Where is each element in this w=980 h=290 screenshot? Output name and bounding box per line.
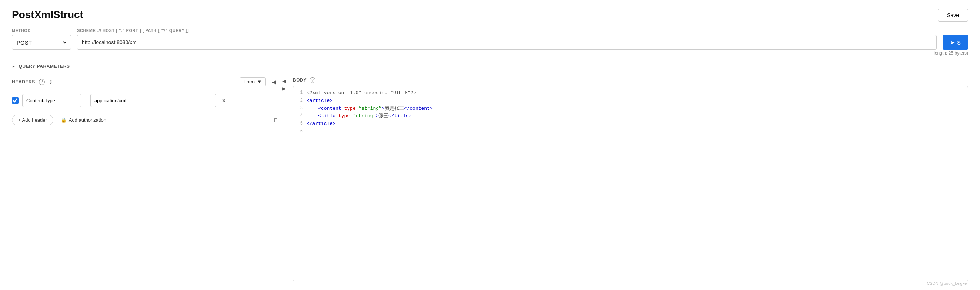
line-content-1: <?xml version=“1.0” encoding=“UTF-8”?>: [307, 90, 968, 97]
send-arrow-icon: ➤: [950, 39, 955, 46]
body-help-icon[interactable]: ?: [310, 77, 315, 83]
header-val-input[interactable]: [90, 94, 216, 107]
form-chevron-icon: ▼: [257, 79, 262, 85]
headers-collapse-left-btn[interactable]: ◀: [269, 77, 278, 87]
headers-sort-icon[interactable]: ⇕: [48, 79, 53, 85]
colon-separator: :: [85, 98, 87, 104]
watermark: CSDN @book_longker: [927, 281, 968, 285]
headers-help-icon[interactable]: ?: [39, 79, 45, 85]
url-label: SCHEME :// HOST [ ":" PORT ] [ PATH [ "?…: [77, 28, 937, 33]
form-dropdown[interactable]: Form ▼: [240, 77, 266, 87]
page-title: PostXmlStruct: [12, 9, 83, 21]
lock-icon: 🔒: [61, 117, 67, 123]
line-content-2: <article>: [307, 97, 968, 105]
panel-arrow-right[interactable]: ▶: [281, 85, 287, 92]
header-row-item: : ✕: [12, 94, 278, 107]
send-label: S: [957, 39, 961, 46]
length-info: length: 25 byte(s): [12, 50, 968, 56]
line-num-6: 6: [293, 128, 307, 135]
send-button[interactable]: ➤ S: [943, 35, 968, 50]
body-label: BODY: [293, 77, 307, 83]
method-select[interactable]: POST GET PUT DELETE PATCH: [15, 39, 68, 46]
line-content-5: </article>: [307, 120, 968, 128]
panel-divider: [291, 77, 291, 281]
code-line-5: 5 </article>: [293, 120, 968, 128]
line-num-2: 2: [293, 97, 307, 104]
url-input[interactable]: [77, 35, 937, 50]
add-auth-label: Add authorization: [69, 117, 106, 123]
line-num-1: 1: [293, 90, 307, 96]
panel-arrow-left[interactable]: ◀: [281, 78, 287, 85]
panel-arrows: ◀ ▶: [278, 77, 290, 281]
line-content-3: <content type=“string”>我是张三</content>: [307, 105, 968, 113]
url-input-wrapper: [77, 35, 937, 50]
header-checkbox[interactable]: [12, 97, 19, 104]
code-editor[interactable]: 1 <?xml version=“1.0” encoding=“UTF-8”?>…: [293, 86, 968, 281]
code-line-3: 3 <content type=“string”>我是张三</content>: [293, 105, 968, 113]
line-content-4: <title type=“string”>张三</title>: [307, 112, 968, 120]
header-remove-btn[interactable]: ✕: [220, 97, 228, 104]
header-key-input[interactable]: [22, 94, 81, 107]
query-params-label: QUERY PARAMETERS: [19, 64, 70, 69]
headers-label: HEADERS: [12, 79, 35, 85]
save-button[interactable]: Save: [938, 9, 968, 21]
line-num-4: 4: [293, 112, 307, 119]
code-line-1: 1 <?xml version=“1.0” encoding=“UTF-8”?>: [293, 90, 968, 97]
line-content-6: [307, 128, 968, 136]
add-header-button[interactable]: + Add header: [12, 115, 53, 125]
code-line-6: 6: [293, 128, 968, 136]
code-line-4: 4 <title type=“string”>张三</title>: [293, 112, 968, 120]
delete-header-button[interactable]: 🗑: [272, 117, 278, 123]
form-label: Form: [243, 79, 255, 85]
add-authorization-button[interactable]: 🔒 Add authorization: [61, 117, 106, 123]
actions-row: + Add header 🔒 Add authorization 🗑: [12, 115, 278, 125]
method-select-wrapper[interactable]: POST GET PUT DELETE PATCH: [12, 35, 71, 50]
code-line-2: 2 <article>: [293, 97, 968, 105]
query-params-chevron: ►: [12, 64, 16, 69]
method-label: METHOD: [12, 28, 71, 33]
line-num-3: 3: [293, 105, 307, 112]
line-num-5: 5: [293, 120, 307, 127]
query-params-row[interactable]: ► QUERY PARAMETERS: [12, 62, 968, 71]
